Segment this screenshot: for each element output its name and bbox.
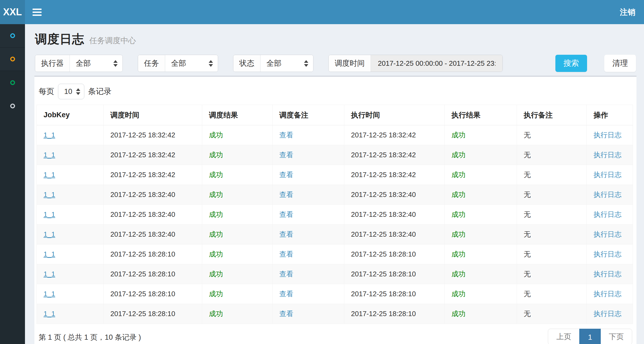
page-length-suffix: 条记录: [88, 86, 111, 97]
trigger-msg-view-link[interactable]: 查看: [279, 131, 293, 139]
execution-log-link[interactable]: 执行日志: [594, 210, 621, 218]
prev-page-button[interactable]: 上页: [548, 329, 579, 344]
execution-log-link[interactable]: 执行日志: [594, 290, 621, 298]
trigger-time-filter-label: 调度时间: [329, 55, 371, 72]
execution-log-link[interactable]: 执行日志: [594, 171, 621, 179]
table-row: 1_1 2017-12-25 18:28:10 成功 查看 2017-12-25…: [37, 244, 633, 264]
handle-msg-cell: 无: [517, 125, 587, 145]
jobkey-link[interactable]: 1_1: [44, 171, 55, 179]
handle-result-cell: 成功: [445, 165, 517, 185]
circle-o-icon: [10, 80, 15, 85]
trigger-time-cell: 2017-12-25 18:32:42: [104, 165, 202, 185]
col-header-trigger-msg: 调度备注: [273, 105, 344, 125]
hamburger-icon: [32, 9, 42, 10]
trigger-time-cell: 2017-12-25 18:28:10: [104, 284, 202, 304]
trigger-time-cell: 2017-12-25 18:32:40: [104, 205, 202, 225]
status-filter-label: 状态: [233, 55, 261, 72]
clear-button[interactable]: 清理: [604, 55, 636, 72]
jobkey-link[interactable]: 1_1: [44, 191, 55, 199]
jobkey-link[interactable]: 1_1: [44, 131, 55, 139]
current-page-button[interactable]: 1: [579, 329, 601, 344]
sidebar-item-4[interactable]: [0, 94, 25, 118]
handle-time-cell: 2017-12-25 18:32:40: [344, 225, 445, 244]
search-button[interactable]: 搜索: [555, 55, 587, 72]
trigger-time-cell: 2017-12-25 18:28:10: [104, 244, 202, 264]
jobkey-link[interactable]: 1_1: [44, 270, 55, 278]
sidebar-item-3[interactable]: [0, 71, 25, 94]
col-header-jobkey: JobKey: [37, 105, 104, 125]
jobkey-link[interactable]: 1_1: [44, 250, 55, 258]
trigger-result-cell: 成功: [202, 284, 273, 304]
executor-filter-group: 执行器 全部: [35, 55, 123, 72]
job-filter-group: 任务 全部: [138, 55, 218, 72]
trigger-result-cell: 成功: [202, 125, 273, 145]
jobkey-link[interactable]: 1_1: [44, 151, 55, 159]
content-area: 调度日志 任务调度中心 执行器 全部 任务 全部 状态 全部 调度时: [25, 0, 644, 344]
handle-msg-cell: 无: [517, 225, 587, 244]
table-row: 1_1 2017-12-25 18:32:42 成功 查看 2017-12-25…: [37, 165, 633, 185]
handle-result-cell: 成功: [445, 304, 517, 324]
table-row: 1_1 2017-12-25 18:28:10 成功 查看 2017-12-25…: [37, 284, 633, 304]
trigger-time-cell: 2017-12-25 18:32:40: [104, 225, 202, 244]
jobkey-link[interactable]: 1_1: [44, 230, 55, 238]
table-row: 1_1 2017-12-25 18:32:40 成功 查看 2017-12-25…: [37, 225, 633, 244]
handle-msg-cell: 无: [517, 244, 587, 264]
trigger-result-cell: 成功: [202, 264, 273, 284]
jobkey-link[interactable]: 1_1: [44, 290, 55, 298]
handle-time-cell: 2017-12-25 18:28:10: [344, 304, 445, 324]
handle-result-cell: 成功: [445, 264, 517, 284]
trigger-result-cell: 成功: [202, 304, 273, 324]
trigger-result-cell: 成功: [202, 145, 273, 165]
logout-link[interactable]: 注销: [611, 0, 644, 24]
page-subtitle: 任务调度中心: [89, 36, 136, 45]
job-filter-label: 任务: [138, 55, 165, 72]
handle-msg-cell: 无: [517, 205, 587, 225]
trigger-msg-view-link[interactable]: 查看: [279, 171, 293, 179]
trigger-time-filter-group: 调度时间: [328, 55, 503, 72]
top-navbar: XXL 注销: [0, 0, 644, 24]
sidebar-item-1[interactable]: [0, 24, 25, 47]
col-header-handle-msg: 执行备注: [517, 105, 587, 125]
trigger-msg-view-link[interactable]: 查看: [279, 290, 293, 298]
trigger-msg-view-link[interactable]: 查看: [279, 230, 293, 238]
handle-time-cell: 2017-12-25 18:28:10: [344, 264, 445, 284]
handle-msg-cell: 无: [517, 284, 587, 304]
sidebar-toggle-button[interactable]: [25, 0, 49, 24]
job-select[interactable]: 全部: [165, 55, 218, 72]
handle-result-cell: 成功: [445, 145, 517, 165]
trigger-msg-view-link[interactable]: 查看: [279, 151, 293, 159]
execution-log-link[interactable]: 执行日志: [594, 230, 621, 238]
select-arrows-icon: [209, 60, 213, 67]
execution-log-link[interactable]: 执行日志: [594, 270, 621, 278]
executor-select[interactable]: 全部: [70, 55, 122, 72]
execution-log-link[interactable]: 执行日志: [594, 310, 621, 318]
execution-log-link[interactable]: 执行日志: [594, 151, 621, 159]
content-header: 调度日志 任务调度中心: [25, 24, 644, 53]
col-header-trigger-result: 调度结果: [202, 105, 273, 125]
page-length-select[interactable]: 10: [58, 84, 84, 99]
trigger-msg-view-link[interactable]: 查看: [279, 270, 293, 278]
app-logo[interactable]: XXL: [0, 0, 25, 24]
trigger-msg-view-link[interactable]: 查看: [279, 191, 293, 199]
handle-time-cell: 2017-12-25 18:28:10: [344, 244, 445, 264]
execution-log-link[interactable]: 执行日志: [594, 191, 621, 199]
jobkey-link[interactable]: 1_1: [44, 310, 55, 318]
jobkey-link[interactable]: 1_1: [44, 210, 55, 218]
trigger-msg-view-link[interactable]: 查看: [279, 210, 293, 218]
select-arrows-icon: [76, 88, 80, 95]
execution-log-link[interactable]: 执行日志: [594, 131, 621, 139]
trigger-msg-view-link[interactable]: 查看: [279, 310, 293, 318]
status-select[interactable]: 全部: [261, 55, 313, 72]
table-row: 1_1 2017-12-25 18:32:42 成功 查看 2017-12-25…: [37, 125, 633, 145]
handle-msg-cell: 无: [517, 264, 587, 284]
execution-log-link[interactable]: 执行日志: [594, 250, 621, 258]
circle-o-icon: [10, 104, 15, 108]
trigger-time-range-input[interactable]: [371, 55, 502, 72]
next-page-button[interactable]: 下页: [601, 329, 632, 344]
trigger-msg-view-link[interactable]: 查看: [279, 250, 293, 258]
trigger-time-cell: 2017-12-25 18:28:10: [104, 304, 202, 324]
table-row: 1_1 2017-12-25 18:32:40 成功 查看 2017-12-25…: [37, 185, 633, 205]
trigger-result-cell: 成功: [202, 244, 273, 264]
select-arrows-icon: [304, 60, 308, 67]
sidebar-item-2[interactable]: [0, 47, 25, 71]
